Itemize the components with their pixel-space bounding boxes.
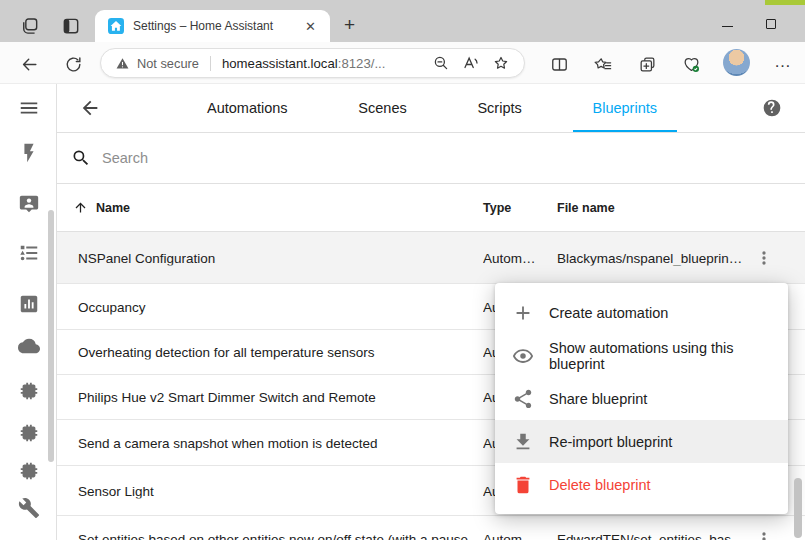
column-header-name[interactable]: Name	[73, 184, 130, 231]
tab-automations[interactable]: Automations	[187, 84, 308, 132]
browser-toolbar: Not secure homeassistant.local:8123/...	[0, 42, 805, 84]
divider	[210, 56, 211, 71]
column-header-file[interactable]: File name	[557, 184, 615, 231]
favorite-star-icon[interactable]	[486, 50, 516, 76]
read-aloud-icon[interactable]	[456, 50, 486, 76]
browser-tab[interactable]: Settings – Home Assistant ✕	[95, 10, 330, 42]
menu-item-label: Show automations using this blueprint	[549, 340, 772, 372]
row-name: Overheating detection for all temperatur…	[78, 345, 468, 360]
table-header: Name Type File name	[57, 184, 805, 232]
search-input[interactable]	[100, 149, 805, 167]
tab-actions-icon[interactable]	[59, 14, 83, 38]
page-scrollbar[interactable]	[794, 478, 802, 538]
row-file: EdwardTEN/set_entities_bas…	[557, 531, 749, 540]
sidebar-item-chip-3[interactable]	[17, 459, 41, 483]
security-status[interactable]: Not secure	[115, 56, 199, 71]
column-header-type[interactable]: Type	[483, 184, 511, 231]
sort-ascending-icon	[73, 200, 88, 215]
plus-icon	[512, 302, 534, 324]
ha-tab-bar: Automations Scenes Scripts Blueprints	[187, 84, 677, 132]
menu-item-delete-blueprint[interactable]: Delete blueprint	[495, 463, 788, 506]
blueprints-page: Name Type File name NSPanel Configuratio…	[57, 133, 805, 540]
favorites-bar-icon[interactable]	[590, 51, 616, 77]
workspaces-icon[interactable]	[18, 14, 42, 38]
row-name: Set entities based on other entities new…	[78, 531, 468, 540]
table-row-set-entities[interactable]: Set entities based on other entities new…	[57, 516, 805, 540]
help-icon[interactable]	[761, 98, 783, 120]
row-file: Blackymas/nspanel_blueprin…	[557, 250, 749, 265]
zoom-out-icon[interactable]	[426, 50, 456, 76]
menu-item-label: Re-import blueprint	[549, 434, 672, 450]
screen-indicator-strip	[765, 0, 805, 5]
sidebar-item-person[interactable]	[17, 192, 41, 216]
window-maximize-icon[interactable]	[756, 10, 786, 32]
trash-icon	[512, 474, 534, 496]
back-icon[interactable]	[16, 51, 42, 77]
share-icon	[512, 388, 534, 410]
browser-titlebar: Settings – Home Assistant ✕ +	[0, 0, 805, 42]
collections-icon[interactable]	[634, 51, 660, 77]
hamburger-menu-icon[interactable]	[17, 96, 41, 120]
row-overflow-menu-icon[interactable]	[751, 245, 777, 271]
search-bar	[57, 133, 805, 184]
tab-blueprints[interactable]: Blueprints	[573, 84, 677, 132]
sidebar-item-chip-2[interactable]	[17, 421, 41, 445]
browser-essentials-icon[interactable]	[678, 51, 704, 77]
search-icon	[71, 148, 91, 168]
row-overflow-menu-icon[interactable]	[751, 526, 777, 540]
window-minimize-icon[interactable]	[712, 10, 742, 32]
sidebar-item-chip-1[interactable]	[17, 379, 41, 403]
tab-close-icon[interactable]: ✕	[301, 19, 320, 34]
sidebar-item-todo-lists[interactable]	[17, 241, 41, 265]
menu-item-label: Create automation	[549, 305, 668, 321]
ha-back-icon[interactable]	[77, 96, 103, 122]
menu-item-share-blueprint[interactable]: Share blueprint	[495, 377, 788, 420]
refresh-icon[interactable]	[60, 51, 86, 77]
row-name: Send a camera snapshot when motion is de…	[78, 435, 468, 450]
menu-item-label: Delete blueprint	[549, 477, 651, 493]
row-name: NSPanel Configuration	[78, 250, 468, 265]
blueprint-context-menu: Create automation Show automations using…	[495, 283, 788, 514]
row-type: Autom	[483, 531, 549, 540]
sidebar-scrollbar[interactable]	[48, 210, 54, 462]
split-screen-icon[interactable]	[546, 51, 572, 77]
url-path: :8123/...	[338, 56, 386, 71]
tab-title: Settings – Home Assistant	[133, 19, 301, 33]
download-icon	[512, 431, 534, 453]
row-name: Sensor Light	[78, 483, 468, 498]
menu-item-create-automation[interactable]: Create automation	[495, 291, 788, 334]
row-name: Philips Hue v2 Smart Dimmer Switch and R…	[78, 390, 468, 405]
url-host: homeassistant.local	[222, 56, 338, 71]
warning-icon	[115, 56, 130, 71]
menu-item-show-automations[interactable]: Show automations using this blueprint	[495, 334, 788, 377]
browser-menu-icon[interactable]: …	[768, 48, 798, 76]
menu-item-label: Share blueprint	[549, 391, 647, 407]
home-assistant-logo-icon	[108, 18, 124, 34]
profile-avatar[interactable]	[723, 49, 750, 76]
address-bar[interactable]: Not secure homeassistant.local:8123/...	[100, 48, 525, 78]
sidebar-item-developer-tools[interactable]	[17, 496, 41, 520]
browser-window: Settings – Home Assistant ✕ +	[0, 0, 805, 540]
tab-scenes[interactable]: Scenes	[338, 84, 426, 132]
tab-scripts[interactable]: Scripts	[457, 84, 541, 132]
ha-sidebar	[0, 84, 57, 540]
sidebar-item-energy[interactable]	[17, 141, 41, 165]
sidebar-item-history[interactable]	[17, 292, 41, 316]
eye-icon	[512, 345, 534, 367]
ha-header: Automations Scenes Scripts Blueprints	[57, 84, 805, 133]
menu-item-reimport-blueprint[interactable]: Re-import blueprint	[495, 420, 788, 463]
row-name: Occupancy	[78, 299, 468, 314]
security-label: Not secure	[137, 56, 199, 71]
table-row-nspanel[interactable]: NSPanel Configuration Autom… Blackymas/n…	[57, 232, 805, 284]
row-type: Autom…	[483, 250, 549, 265]
new-tab-icon[interactable]: +	[338, 14, 361, 35]
sidebar-item-cloud[interactable]	[17, 334, 41, 358]
